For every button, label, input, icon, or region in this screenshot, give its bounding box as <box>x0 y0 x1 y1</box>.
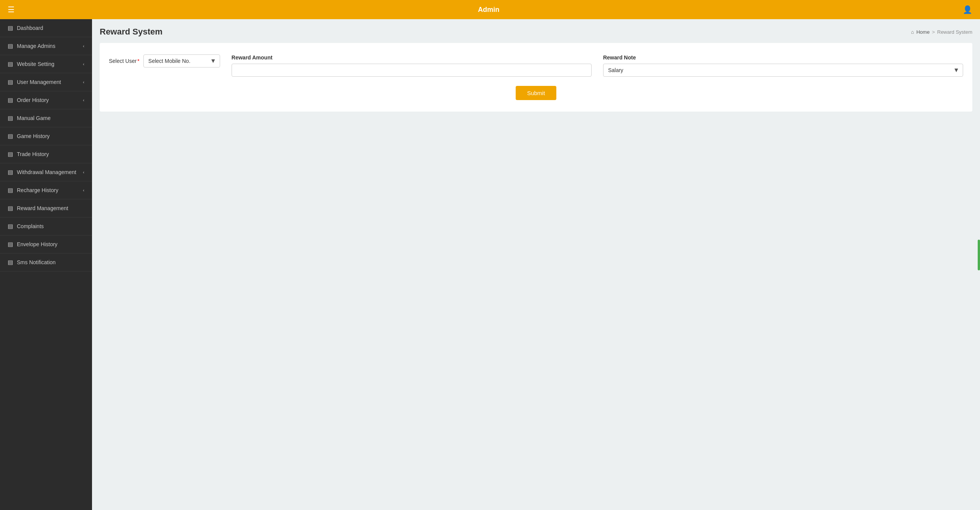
select-user-label: Select User* <box>109 58 140 64</box>
select-mobile-wrapper: Select Mobile No. ▼ <box>143 54 220 67</box>
sidebar: ▤ Dashboard ▤ Manage Admins ‹ ▤ Website … <box>0 19 92 510</box>
sidebar-label-sms-notification: Sms Notification <box>17 259 84 265</box>
user-icon[interactable]: 👤 <box>963 5 972 14</box>
chevron-icon-order-history: ‹ <box>83 98 84 102</box>
sidebar-icon-manual-game: ▤ <box>8 115 13 122</box>
sidebar-label-game-history: Game History <box>17 133 84 139</box>
sidebar-label-reward-management: Reward Management <box>17 205 84 211</box>
sidebar-item-order-history[interactable]: ▤ Order History ‹ <box>0 91 92 109</box>
sidebar-icon-complaints: ▤ <box>8 223 13 230</box>
sidebar-icon-website-setting: ▤ <box>8 61 13 67</box>
sidebar-item-game-history[interactable]: ▤ Game History <box>0 127 92 145</box>
sidebar-label-order-history: Order History <box>17 97 79 103</box>
sidebar-icon-withdrawal-management: ▤ <box>8 169 13 176</box>
sidebar-label-dashboard: Dashboard <box>17 25 84 31</box>
sidebar-item-manual-game[interactable]: ▤ Manual Game <box>0 109 92 127</box>
sidebar-label-complaints: Complaints <box>17 223 84 229</box>
select-user-dropdown[interactable]: Select Mobile No. <box>143 54 220 67</box>
sidebar-item-complaints[interactable]: ▤ Complaints <box>0 217 92 235</box>
sidebar-label-manual-game: Manual Game <box>17 115 84 121</box>
breadcrumb-bar: Reward System ⌂ Home > Reward System <box>100 27 972 37</box>
sidebar-icon-envelope-history: ▤ <box>8 241 13 248</box>
home-link[interactable]: Home <box>916 29 930 35</box>
sidebar-item-user-management[interactable]: ▤ User Management ‹ <box>0 73 92 91</box>
breadcrumb: ⌂ Home > Reward System <box>911 29 972 35</box>
reward-note-label: Reward Note <box>603 54 963 61</box>
sidebar-item-sms-notification[interactable]: ▤ Sms Notification <box>0 253 92 271</box>
sidebar-icon-manage-admins: ▤ <box>8 43 13 49</box>
reward-note-select[interactable]: Salary <box>603 64 963 77</box>
chevron-icon-withdrawal-management: ‹ <box>83 170 84 174</box>
sidebar-item-dashboard[interactable]: ▤ Dashboard <box>0 19 92 37</box>
layout: ▤ Dashboard ▤ Manage Admins ‹ ▤ Website … <box>0 19 980 510</box>
home-icon: ⌂ <box>911 29 914 35</box>
chevron-icon-manage-admins: ‹ <box>83 44 84 48</box>
page-title: Reward System <box>100 27 163 37</box>
sidebar-label-manage-admins: Manage Admins <box>17 43 79 49</box>
sidebar-icon-dashboard: ▤ <box>8 25 13 31</box>
reward-note-group: Reward Note Salary ▼ <box>603 54 963 77</box>
reward-amount-label: Reward Amount <box>232 54 592 61</box>
form-actions: Submit <box>109 86 963 100</box>
sidebar-item-withdrawal-management[interactable]: ▤ Withdrawal Management ‹ <box>0 163 92 181</box>
chevron-icon-website-setting: ‹ <box>83 62 84 66</box>
scroll-indicator[interactable] <box>978 240 980 270</box>
sidebar-icon-game-history: ▤ <box>8 133 13 140</box>
sidebar-label-trade-history: Trade History <box>17 151 84 157</box>
breadcrumb-current: Reward System <box>937 29 972 35</box>
chevron-icon-recharge-history: ‹ <box>83 188 84 192</box>
breadcrumb-separator: > <box>932 29 935 35</box>
header: ☰ Admin 👤 <box>0 0 980 19</box>
sidebar-item-recharge-history[interactable]: ▤ Recharge History ‹ <box>0 181 92 199</box>
sidebar-icon-reward-management: ▤ <box>8 205 13 212</box>
main-content: Reward System ⌂ Home > Reward System Sel… <box>92 19 980 510</box>
sidebar-label-recharge-history: Recharge History <box>17 187 79 193</box>
sidebar-icon-order-history: ▤ <box>8 97 13 104</box>
select-user-group: Select User* Select Mobile No. ▼ <box>109 54 220 67</box>
form-row: Select User* Select Mobile No. ▼ Reward … <box>109 54 963 77</box>
hamburger-icon[interactable]: ☰ <box>8 5 15 14</box>
sidebar-item-envelope-history[interactable]: ▤ Envelope History <box>0 235 92 253</box>
sidebar-label-user-management: User Management <box>17 79 79 85</box>
reward-amount-group: Reward Amount <box>232 54 592 77</box>
sidebar-icon-user-management: ▤ <box>8 79 13 86</box>
sidebar-item-website-setting[interactable]: ▤ Website Setting ‹ <box>0 55 92 73</box>
sidebar-label-envelope-history: Envelope History <box>17 241 84 247</box>
submit-button[interactable]: Submit <box>516 86 557 100</box>
sidebar-item-manage-admins[interactable]: ▤ Manage Admins ‹ <box>0 37 92 55</box>
sidebar-item-trade-history[interactable]: ▤ Trade History <box>0 145 92 163</box>
sidebar-icon-trade-history: ▤ <box>8 151 13 158</box>
sidebar-label-withdrawal-management: Withdrawal Management <box>17 169 79 175</box>
reward-amount-input[interactable] <box>232 64 592 77</box>
sidebar-icon-recharge-history: ▤ <box>8 187 13 194</box>
sidebar-icon-sms-notification: ▤ <box>8 259 13 266</box>
sidebar-item-reward-management[interactable]: ▤ Reward Management <box>0 199 92 217</box>
brand-title: Admin <box>478 6 500 14</box>
reward-form-card: Select User* Select Mobile No. ▼ Reward … <box>100 43 972 112</box>
chevron-icon-user-management: ‹ <box>83 80 84 84</box>
required-star: * <box>137 58 139 64</box>
sidebar-label-website-setting: Website Setting <box>17 61 79 67</box>
